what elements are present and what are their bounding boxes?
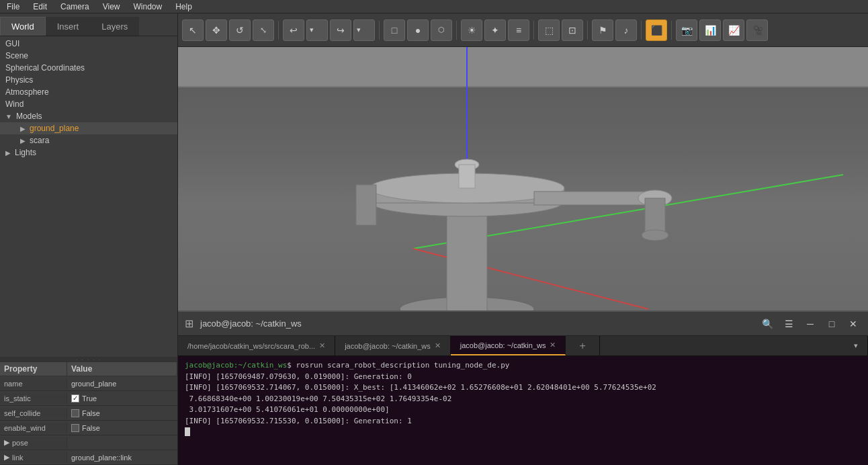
enablewind-checkbox[interactable] [71, 424, 79, 432]
tree-item-physics[interactable]: Physics [0, 74, 177, 86]
panel-divider[interactable] [0, 357, 177, 362]
menu-edit[interactable]: Edit [30, 2, 50, 11]
separator-6 [641, 21, 642, 40]
properties-header: Property Value [0, 362, 177, 376]
flag-button[interactable]: ⚑ [592, 19, 613, 41]
prop-row-name: name ground_plane [0, 376, 177, 391]
link-expand-icon: ▶ [4, 453, 9, 462]
toolbar: ↖ ✥ ↺ ⤡ ↩ ▾ ↪ ▾ □ ● ⬡ ☀ ✦ ≡ ⬚ ⊡ ⚑ ♪ ⬛ [178, 13, 868, 47]
prop-selfcollide-value[interactable]: False [67, 408, 177, 419]
box-shape-button[interactable]: □ [384, 19, 405, 41]
viewport-3d[interactable] [178, 47, 868, 310]
menu-file[interactable]: File [4, 2, 22, 11]
terminal-output[interactable]: jacob@jacob:~/catkin_ws$ rosrun scara_ro… [178, 356, 868, 465]
tree-item-scene[interactable]: Scene [0, 50, 177, 62]
terminal-controls: 🔍 ☰ ─ □ ✕ [759, 316, 861, 332]
terminal-search-button[interactable]: 🔍 [759, 316, 775, 332]
terminal-tab-3[interactable]: jacob@jacob: ~/catkin_ws ✕ [451, 336, 566, 355]
prop-selfcollide-label: self_collide [0, 408, 67, 419]
menu-camera[interactable]: Camera [58, 2, 92, 11]
undo-button[interactable]: ↩ [283, 19, 304, 41]
prop-link-label: ▶ link [0, 452, 67, 463]
prop-link-value: ground_plane::link [67, 452, 177, 463]
screenshot-button[interactable]: 📷 [676, 19, 697, 41]
tab-world[interactable]: World [0, 17, 46, 36]
pose-expand-icon: ▶ [4, 438, 9, 447]
scale-tool-button[interactable]: ⤡ [253, 19, 274, 41]
tree-item-models[interactable]: ▼ Models [0, 110, 177, 122]
scene-tree: GUI Scene Spherical Coordinates Physics … [0, 36, 177, 357]
prop-name-value[interactable]: ground_plane [67, 378, 177, 389]
terminal-header: ⊞ jacob@jacob: ~/catkin_ws 🔍 ☰ ─ □ ✕ [178, 312, 868, 336]
lights-expand-icon: ▶ [5, 149, 11, 157]
tree-item-lights[interactable]: ▶ Lights [0, 146, 177, 159]
separator-3 [456, 21, 457, 40]
terminal-close-button[interactable]: ✕ [845, 316, 861, 332]
undo-dropdown[interactable]: ▾ [306, 19, 328, 41]
svg-point-13 [642, 230, 668, 241]
terminal-menu-button[interactable]: ☰ [781, 316, 797, 332]
models-expand-icon: ▼ [5, 113, 12, 120]
tree-item-wind[interactable]: Wind [0, 98, 177, 110]
terminal-line-6: [INFO] [1657069532.715530, 0.015000]: Ge… [185, 416, 861, 427]
terminal-tab-add[interactable]: + [566, 336, 599, 355]
paste-button[interactable]: ⊡ [562, 19, 583, 41]
tree-item-scara[interactable]: ▶ scara [0, 134, 177, 146]
audio-button[interactable]: ♪ [615, 19, 637, 41]
prop-name-label: name [0, 378, 67, 389]
tab2-close[interactable]: ✕ [435, 341, 441, 350]
separator-7 [671, 21, 672, 40]
terminal-tab-2[interactable]: jacob@jacob: ~/catkin_ws ✕ [335, 336, 451, 355]
menu-view[interactable]: View [100, 2, 123, 11]
sphere-shape-button[interactable]: ● [407, 19, 429, 41]
menu-help[interactable]: Help [173, 2, 195, 11]
plot-button[interactable]: 📈 [723, 19, 744, 41]
selfcollide-checkbox[interactable] [71, 409, 79, 417]
terminal-tab-dropdown[interactable]: ▾ [844, 336, 868, 355]
active-mode-button[interactable]: ⬛ [646, 19, 667, 41]
terminal-container: ⊞ jacob@jacob: ~/catkin_ws 🔍 ☰ ─ □ ✕ /ho… [178, 310, 868, 465]
tab1-close[interactable]: ✕ [319, 341, 325, 350]
tree-item-spherical[interactable]: Spherical Coordinates [0, 62, 177, 74]
terminal-line-1: jacob@jacob:~/catkin_ws$ rosrun scara_ro… [185, 360, 861, 372]
cylinder-shape-button[interactable]: ⬡ [431, 19, 452, 41]
terminal-line-4: 7.66868340e+00 1.00230019e+00 7.50435315… [185, 394, 861, 405]
svg-rect-9 [534, 192, 655, 205]
tab-insert[interactable]: Insert [46, 17, 91, 36]
redo-button[interactable]: ↪ [330, 19, 351, 41]
isstatic-checkbox[interactable]: ✓ [71, 394, 79, 403]
terminal-minimize-button[interactable]: ─ [802, 316, 818, 332]
translate-tool-button[interactable]: ✥ [206, 19, 227, 41]
log-button[interactable]: 📊 [699, 19, 721, 41]
terminal-maximize-button[interactable]: □ [824, 316, 840, 332]
copy-button[interactable]: ⬚ [538, 19, 560, 41]
tab3-close[interactable]: ✕ [550, 341, 556, 349]
spot-light-button[interactable]: ✦ [484, 19, 506, 41]
tree-item-gui[interactable]: GUI [0, 38, 177, 50]
left-panel: World Insert Layers GUI Scene Spherical … [0, 13, 178, 465]
record-button[interactable]: 🎥 [746, 19, 768, 41]
rotate-tool-button[interactable]: ↺ [229, 19, 251, 41]
menubar: File Edit Camera View Window Help [0, 0, 868, 13]
groundplane-expand-icon: ▶ [20, 125, 26, 132]
terminal-tab-1[interactable]: /home/jacob/catkin_ws/src/scara_rob... ✕ [178, 336, 335, 355]
dir-light-button[interactable]: ≡ [508, 19, 529, 41]
tree-item-atmosphere[interactable]: Atmosphere [0, 86, 177, 98]
prop-pose-label: ▶ pose [0, 437, 67, 448]
prop-row-selfcollide: self_collide False [0, 406, 177, 421]
prop-row-link[interactable]: ▶ link ground_plane::link [0, 450, 177, 465]
prop-row-pose[interactable]: ▶ pose [0, 435, 177, 450]
prop-isstatic-value[interactable]: ✓ True [67, 393, 177, 404]
redo-dropdown[interactable]: ▾ [353, 19, 375, 41]
prop-row-is-static: is_static ✓ True [0, 391, 177, 406]
separator-1 [278, 21, 279, 40]
right-panel: ↖ ✥ ↺ ⤡ ↩ ▾ ↪ ▾ □ ● ⬡ ☀ ✦ ≡ ⬚ ⊡ ⚑ ♪ ⬛ [178, 13, 868, 465]
point-light-button[interactable]: ☀ [461, 19, 482, 41]
terminal-line-3: [INFO] [1657069532.714067, 0.015000]: X_… [185, 382, 861, 394]
tab-bar: World Insert Layers [0, 13, 177, 36]
tab-layers[interactable]: Layers [90, 17, 139, 36]
select-tool-button[interactable]: ↖ [182, 19, 204, 41]
prop-enablewind-value[interactable]: False [67, 423, 177, 433]
menu-window[interactable]: Window [131, 2, 165, 11]
tree-item-ground-plane[interactable]: ▶ ground_plane [0, 122, 177, 134]
